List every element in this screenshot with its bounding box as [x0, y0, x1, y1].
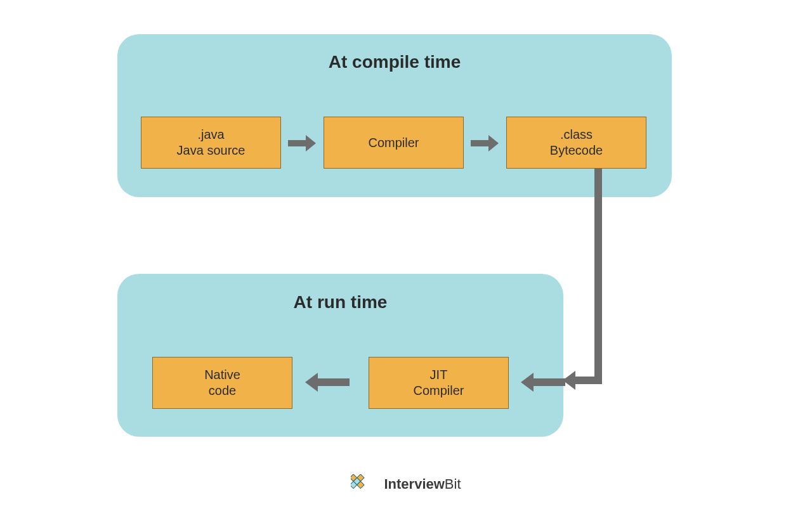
connector-horizontal	[575, 377, 602, 384]
runtime-title: At run time	[117, 292, 563, 312]
box-jit-compiler: JIT Compiler	[369, 357, 509, 409]
compile-title: At compile time	[117, 52, 672, 72]
bytecode-line1: .class	[560, 127, 593, 143]
arrow-right-icon	[471, 135, 499, 151]
panel-run-time: At run time Native code JIT Compiler	[117, 274, 563, 437]
arrow-left-icon	[521, 373, 565, 392]
native-line2: code	[209, 383, 236, 399]
logo-icon	[351, 474, 377, 494]
jit-line1: JIT	[430, 367, 448, 383]
box-compiler: Compiler	[324, 117, 464, 169]
brand-footer: InterviewBit	[0, 474, 812, 494]
box-native-code: Native code	[152, 357, 292, 409]
panel-compile-time: At compile time .java Java source Compil…	[117, 34, 672, 197]
brand-text: InterviewBit	[384, 476, 461, 493]
java-source-line2: Java source	[177, 143, 246, 158]
jit-line2: Compiler	[413, 383, 464, 399]
brand-part2: Bit	[445, 476, 461, 492]
bytecode-line2: Bytecode	[550, 143, 603, 158]
connector-vertical	[594, 169, 602, 384]
arrow-left-icon	[305, 373, 350, 392]
java-source-line1: .java	[197, 127, 224, 143]
arrow-right-icon	[288, 135, 316, 151]
native-line1: Native	[204, 367, 240, 383]
compiler-label: Compiler	[368, 135, 419, 151]
box-bytecode: .class Bytecode	[506, 117, 646, 169]
brand-part1: Interview	[384, 476, 444, 492]
box-java-source: .java Java source	[141, 117, 281, 169]
